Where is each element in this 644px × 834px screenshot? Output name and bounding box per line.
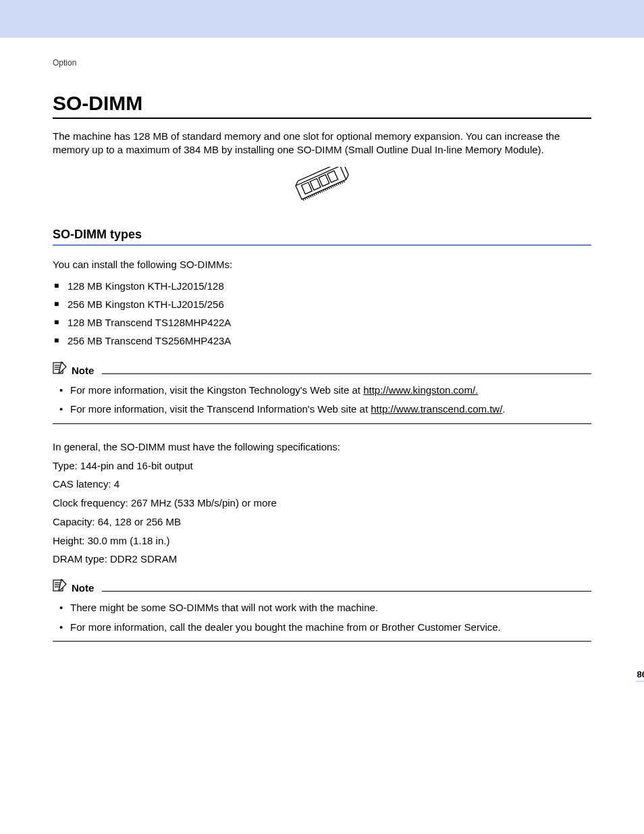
top-header-bar bbox=[0, 0, 644, 38]
note-item: For more information, visit the Kingston… bbox=[59, 381, 591, 400]
svg-line-17 bbox=[325, 188, 326, 190]
intro-paragraph: The machine has 128 MB of standard memor… bbox=[53, 130, 591, 157]
svg-line-20 bbox=[331, 186, 331, 188]
spec-line: DRAM type: DDR2 SDRAM bbox=[53, 550, 591, 569]
note-text: For more information, visit the Kingston… bbox=[70, 384, 363, 396]
types-intro: You can install the following SO-DIMMs: bbox=[53, 258, 591, 271]
list-item: 128 MB Kingston KTH-LJ2015/128 bbox=[54, 277, 591, 295]
sodimm-illustration bbox=[53, 167, 591, 207]
svg-line-13 bbox=[318, 192, 319, 194]
note-bottom-rule bbox=[53, 423, 591, 424]
transcend-link[interactable]: http://www.transcend.com.tw/ bbox=[371, 403, 502, 415]
svg-line-18 bbox=[327, 188, 327, 190]
svg-line-5 bbox=[303, 199, 304, 201]
note-rule bbox=[102, 591, 591, 592]
spec-line: Clock frequency: 267 MHz (533 Mb/s/pin) … bbox=[53, 494, 591, 513]
spec-line: Height: 30.0 mm (1.18 in.) bbox=[53, 531, 591, 550]
spec-line: CAS latency: 4 bbox=[53, 475, 591, 494]
note-block-1: Note For more information, visit the Kin… bbox=[53, 361, 591, 424]
sodimm-icon bbox=[292, 167, 352, 207]
note-label: Note bbox=[72, 582, 94, 594]
specs-intro: In general, the SO-DIMM must have the fo… bbox=[53, 438, 591, 457]
svg-line-19 bbox=[329, 187, 329, 189]
svg-line-23 bbox=[336, 184, 337, 186]
note-bottom-rule bbox=[53, 641, 591, 642]
svg-line-11 bbox=[314, 193, 315, 195]
note-text: For more information, visit the Transcen… bbox=[70, 403, 371, 415]
spec-line: Type: 144-pin and 16-bit output bbox=[53, 457, 591, 475]
note-rule bbox=[102, 373, 591, 374]
svg-line-12 bbox=[316, 192, 317, 194]
svg-line-25 bbox=[340, 182, 341, 184]
section-label: Option bbox=[53, 58, 591, 68]
page-content: 4 Option SO-DIMM The machine has 128 MB … bbox=[0, 38, 644, 682]
list-item: 128 MB Transcend TS128MHP422A bbox=[54, 313, 591, 332]
svg-line-6 bbox=[305, 198, 306, 200]
note-item: There might be some SO-DIMMs that will n… bbox=[59, 598, 591, 618]
subheading-types: SO-DIMM types bbox=[53, 228, 591, 246]
list-item: 256 MB Kingston KTH-LJ2015/256 bbox=[54, 295, 591, 313]
svg-line-27 bbox=[344, 180, 344, 182]
svg-line-15 bbox=[321, 190, 322, 192]
page-number: 86 bbox=[636, 669, 644, 682]
specs-block: In general, the SO-DIMM must have the fo… bbox=[53, 438, 591, 569]
note-block-2: Note There might be some SO-DIMMs that w… bbox=[53, 578, 591, 642]
svg-line-9 bbox=[311, 195, 311, 197]
kingston-link[interactable]: http://www.kingston.com/. bbox=[363, 384, 478, 396]
svg-line-16 bbox=[323, 189, 324, 191]
note-item: For more information, visit the Transcen… bbox=[59, 400, 591, 419]
note-suffix: . bbox=[502, 403, 505, 415]
page-title: SO-DIMM bbox=[53, 92, 591, 119]
svg-line-22 bbox=[334, 184, 335, 186]
svg-line-26 bbox=[342, 181, 342, 183]
types-list: 128 MB Kingston KTH-LJ2015/128 256 MB Ki… bbox=[53, 277, 591, 350]
note-label: Note bbox=[72, 365, 94, 377]
note-item: For more information, call the dealer yo… bbox=[59, 618, 591, 637]
svg-line-14 bbox=[319, 191, 320, 193]
spec-line: Capacity: 64, 128 or 256 MB bbox=[53, 513, 591, 531]
svg-line-24 bbox=[338, 183, 339, 185]
svg-line-8 bbox=[308, 196, 309, 198]
note-pencil-icon bbox=[53, 578, 68, 594]
svg-line-21 bbox=[333, 185, 333, 187]
svg-line-10 bbox=[312, 194, 313, 197]
list-item: 256 MB Transcend TS256MHP423A bbox=[54, 332, 591, 350]
note-pencil-icon bbox=[53, 361, 68, 377]
svg-line-7 bbox=[306, 197, 307, 199]
